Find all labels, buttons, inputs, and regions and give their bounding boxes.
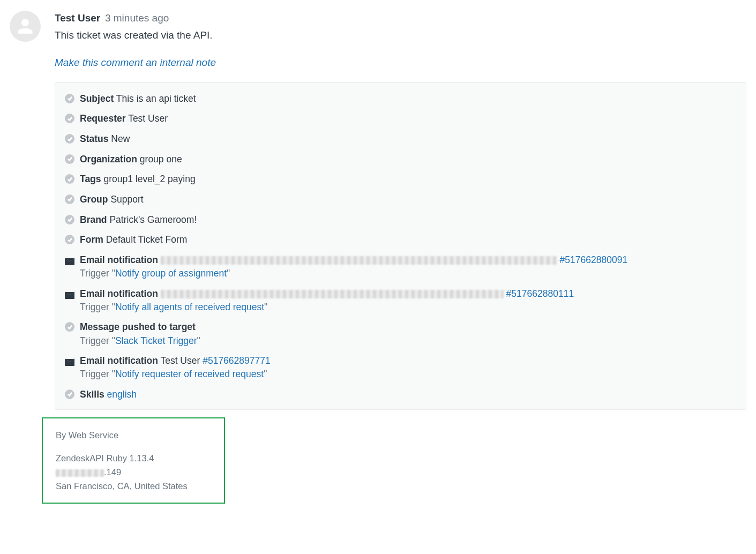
redacted-recipients	[161, 290, 504, 298]
avatar-placeholder-icon	[10, 11, 41, 42]
footer-ip: .149	[56, 466, 211, 479]
target-label: Message pushed to target	[80, 321, 196, 332]
email3-trigger-link[interactable]: Notify requester of received request	[115, 369, 264, 379]
check-icon	[65, 134, 74, 144]
via-web-service-highlight: By Web Service ZendeskAPI Ruby 1.13.4 .1…	[42, 417, 225, 504]
footer-location: San Francisco, CA, United States	[56, 480, 211, 493]
email1-trigger-label: Trigger	[80, 268, 109, 279]
email1-trigger-link[interactable]: Notify group of assignment	[115, 268, 227, 279]
check-icon	[65, 235, 74, 244]
form-label: Form	[80, 234, 103, 245]
brand-label: Brand	[80, 214, 107, 225]
requester-label: Requester	[80, 113, 126, 124]
mail-icon	[65, 258, 74, 265]
organization-value: group one	[140, 154, 182, 164]
target-trigger-link[interactable]: Slack Ticket Trigger	[115, 335, 197, 346]
event-brand: Brand Patrick's Gameroom!	[65, 213, 736, 227]
requester-value: Test User	[128, 113, 168, 124]
group-value: Support	[110, 194, 143, 205]
email3-trigger-label: Trigger	[80, 369, 109, 379]
event-email-notification-3: Email notification Test User #5176628977…	[65, 354, 736, 381]
check-icon	[65, 390, 74, 399]
email2-label: Email notification	[80, 288, 158, 299]
check-icon	[65, 322, 74, 332]
event-group: Group Support	[65, 193, 736, 207]
check-icon	[65, 174, 74, 184]
check-icon	[65, 194, 74, 204]
status-value: New	[111, 133, 130, 144]
email3-recipient: Test User	[160, 355, 200, 366]
email3-ticket-link[interactable]: #517662897771	[203, 355, 271, 366]
footer-ip-suffix: .149	[104, 467, 121, 477]
skills-label: Skills	[80, 389, 104, 400]
tags-label: Tags	[80, 174, 101, 184]
mail-icon	[65, 291, 74, 299]
event-subject: Subject This is an api ticket	[65, 92, 736, 106]
redacted-ip	[56, 469, 104, 477]
subject-value: This is an api ticket	[116, 93, 196, 104]
event-organization: Organization group one	[65, 153, 736, 167]
event-email-notification-2: Email notification #517662880111 Trigger…	[65, 287, 736, 315]
event-tags: Tags group1 level_2 paying	[65, 173, 736, 186]
mail-icon	[65, 358, 74, 366]
event-form: Form Default Ticket Form	[65, 233, 736, 247]
comment-body: This ticket was created via the API.	[55, 28, 746, 43]
comment-time: 3 minutes ago	[105, 12, 169, 24]
tags-value: group1 level_2 paying	[103, 174, 195, 184]
form-value: Default Ticket Form	[106, 234, 188, 245]
email1-label: Email notification	[80, 254, 158, 265]
footer-by: By Web Service	[56, 429, 211, 442]
footer-client: ZendeskAPI Ruby 1.13.4	[56, 452, 211, 465]
subject-label: Subject	[80, 93, 114, 104]
event-email-notification-1: Email notification #517662880091 Trigger…	[65, 253, 736, 281]
check-icon	[65, 94, 74, 103]
avatar	[10, 11, 41, 504]
author-name: Test User	[55, 12, 100, 24]
event-status: Status New	[65, 132, 736, 146]
check-icon	[65, 215, 74, 224]
ticket-events-panel: Subject This is an api ticket Requester …	[55, 82, 746, 410]
target-trigger-label: Trigger	[80, 335, 109, 346]
email3-label: Email notification	[80, 355, 158, 366]
make-internal-note-link[interactable]: Make this comment an internal note	[55, 55, 746, 70]
comment-header: Test User 3 minutes ago	[55, 11, 746, 26]
email1-ticket-link[interactable]: #517662880091	[560, 254, 628, 265]
check-icon	[65, 154, 74, 164]
email2-trigger-label: Trigger	[80, 302, 109, 312]
skills-value[interactable]: english	[107, 389, 137, 400]
email2-ticket-link[interactable]: #517662880111	[506, 288, 574, 299]
organization-label: Organization	[80, 154, 137, 164]
redacted-recipients	[161, 256, 557, 265]
status-label: Status	[80, 133, 108, 144]
event-message-target: Message pushed to target Trigger "Slack …	[65, 320, 736, 348]
event-skills: Skills english	[65, 388, 736, 402]
check-icon	[65, 114, 74, 123]
group-label: Group	[80, 194, 108, 205]
event-requester: Requester Test User	[65, 112, 736, 126]
brand-value: Patrick's Gameroom!	[109, 214, 197, 225]
email2-trigger-link[interactable]: Notify all agents of received request	[115, 302, 264, 312]
ticket-comment: Test User 3 minutes ago This ticket was …	[10, 11, 746, 504]
